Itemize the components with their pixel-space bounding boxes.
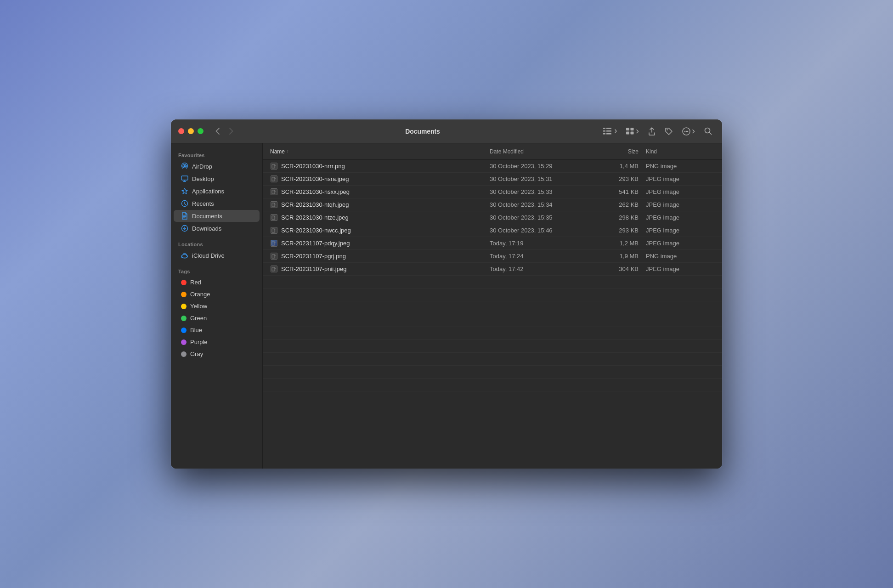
file-size: 1,4 MB bbox=[591, 163, 646, 170]
file-icon bbox=[270, 253, 277, 260]
list-view-button[interactable] bbox=[600, 125, 620, 138]
downloads-icon bbox=[181, 225, 188, 232]
file-size: 541 KB bbox=[591, 188, 646, 195]
forward-button[interactable] bbox=[225, 125, 237, 138]
sidebar-item-applications[interactable]: Applications bbox=[174, 185, 260, 197]
sidebar-item-downloads[interactable]: Downloads bbox=[174, 222, 260, 234]
file-date: Today, 17:19 bbox=[490, 240, 591, 247]
file-icon bbox=[270, 266, 277, 273]
file-name: SCR-20231030-nsxx.jpeg bbox=[281, 188, 350, 195]
sidebar-item-desktop[interactable]: Desktop bbox=[174, 173, 260, 185]
sidebar-item-tag-gray[interactable]: Gray bbox=[174, 348, 260, 360]
more-options-button[interactable] bbox=[679, 125, 698, 138]
svg-rect-0 bbox=[603, 128, 605, 129]
tag-gray-dot bbox=[181, 351, 187, 357]
finder-window: Documents bbox=[171, 119, 722, 469]
applications-label: Applications bbox=[192, 188, 224, 195]
tags-label: Tags bbox=[171, 265, 262, 276]
file-name-cell: SCR-20231030-nsra.jpeg bbox=[270, 175, 490, 183]
tag-purple-dot bbox=[181, 339, 187, 345]
documents-icon bbox=[181, 212, 188, 220]
sidebar-item-tag-red[interactable]: Red bbox=[174, 277, 260, 288]
table-row[interactable]: SCR-20231107-pgrj.png Today, 17:24 1,9 M… bbox=[263, 250, 722, 263]
file-icon bbox=[270, 175, 277, 183]
empty-row bbox=[263, 366, 722, 379]
file-name: SCR-20231107-pdqy.jpeg bbox=[281, 240, 350, 247]
table-row[interactable]: SCR-20231030-ntze.jpeg 30 October 2023, … bbox=[263, 211, 722, 224]
file-kind: PNG image bbox=[646, 253, 715, 260]
close-button[interactable] bbox=[178, 128, 184, 134]
grid-view-button[interactable] bbox=[623, 125, 642, 138]
icloud-label: iCloud Drive bbox=[192, 252, 225, 259]
table-row[interactable]: SCR-20231107-pnii.jpeg Today, 17:42 304 … bbox=[263, 263, 722, 276]
table-row[interactable]: SCR-20231030-ntqh.jpeg 30 October 2023, … bbox=[263, 198, 722, 211]
sidebar-item-tag-purple[interactable]: Purple bbox=[174, 336, 260, 348]
file-name: SCR-20231030-ntqh.jpeg bbox=[281, 201, 349, 208]
window-title: Documents bbox=[245, 128, 600, 135]
sidebar-item-tag-green[interactable]: Green bbox=[174, 312, 260, 324]
column-headers: Name ↑ Date Modified Size Kind bbox=[263, 143, 722, 160]
file-name: SCR-20231030-nwcc.jpeg bbox=[281, 227, 351, 234]
svg-rect-4 bbox=[603, 133, 605, 135]
svg-rect-27 bbox=[272, 254, 275, 258]
table-row[interactable]: SCR-20231107-pdqy.jpeg Today, 17:19 1,2 … bbox=[263, 237, 722, 250]
tag-green-dot bbox=[181, 316, 187, 321]
file-name: SCR-20231030-ntze.jpeg bbox=[281, 214, 349, 221]
main-content: Favourites AirDrop bbox=[171, 143, 722, 469]
sidebar-item-icloud[interactable]: iCloud Drive bbox=[174, 249, 260, 261]
svg-point-14 bbox=[687, 130, 689, 132]
file-icon bbox=[270, 214, 277, 221]
table-row[interactable]: SCR-20231030-nwcc.jpeg 30 October 2023, … bbox=[263, 224, 722, 237]
sidebar-item-tag-yellow[interactable]: Yellow bbox=[174, 300, 260, 312]
svg-rect-7 bbox=[631, 128, 634, 130]
sidebar-item-documents[interactable]: Documents bbox=[174, 210, 260, 222]
tag-red-dot bbox=[181, 280, 187, 285]
file-size: 304 KB bbox=[591, 266, 646, 272]
empty-row bbox=[263, 340, 722, 353]
file-name-cell: SCR-20231030-nwcc.jpeg bbox=[270, 227, 490, 234]
svg-rect-8 bbox=[626, 132, 629, 135]
file-date: 30 October 2023, 15:34 bbox=[490, 201, 591, 208]
airdrop-label: AirDrop bbox=[192, 163, 212, 170]
file-name-cell: SCR-20231030-ntqh.jpeg bbox=[270, 201, 490, 209]
minimize-button[interactable] bbox=[188, 128, 194, 134]
favourites-label: Favourites bbox=[171, 149, 262, 160]
documents-label: Documents bbox=[192, 213, 222, 220]
locations-label: Locations bbox=[171, 238, 262, 249]
empty-row bbox=[263, 301, 722, 314]
desktop-label: Desktop bbox=[192, 175, 214, 182]
file-size: 1,2 MB bbox=[591, 240, 646, 247]
sidebar-item-tag-orange[interactable]: Orange bbox=[174, 288, 260, 300]
empty-row bbox=[263, 391, 722, 404]
share-button[interactable] bbox=[645, 125, 658, 138]
file-name: SCR-20231107-pnii.jpeg bbox=[281, 266, 346, 272]
file-date: Today, 17:24 bbox=[490, 253, 591, 260]
tag-green-label: Green bbox=[190, 315, 207, 322]
col-header-kind[interactable]: Kind bbox=[646, 148, 715, 155]
sidebar-item-airdrop[interactable]: AirDrop bbox=[174, 160, 260, 172]
col-header-name[interactable]: Name ↑ bbox=[270, 148, 490, 155]
file-icon bbox=[270, 227, 277, 234]
sidebar-item-tag-blue[interactable]: Blue bbox=[174, 324, 260, 336]
file-name-cell: SCR-20231107-pdqy.jpeg bbox=[270, 240, 490, 247]
maximize-button[interactable] bbox=[198, 128, 203, 134]
tag-button[interactable] bbox=[662, 125, 676, 138]
file-kind: JPEG image bbox=[646, 188, 715, 195]
col-header-date[interactable]: Date Modified bbox=[490, 148, 591, 155]
search-button[interactable] bbox=[701, 125, 715, 138]
col-header-size[interactable]: Size bbox=[591, 148, 646, 155]
applications-icon bbox=[181, 187, 188, 195]
back-button[interactable] bbox=[211, 125, 224, 138]
recents-label: Recents bbox=[192, 200, 214, 207]
svg-point-15 bbox=[705, 128, 710, 133]
svg-point-10 bbox=[667, 129, 667, 130]
table-row[interactable]: SCR-20231030-nrrr.png 30 October 2023, 1… bbox=[263, 160, 722, 173]
table-row[interactable]: SCR-20231030-nsxx.jpeg 30 October 2023, … bbox=[263, 186, 722, 198]
file-kind: JPEG image bbox=[646, 266, 715, 272]
svg-rect-25 bbox=[272, 229, 275, 232]
svg-rect-26 bbox=[272, 242, 275, 245]
table-row[interactable]: SCR-20231030-nsra.jpeg 30 October 2023, … bbox=[263, 173, 722, 186]
file-date: 30 October 2023, 15:33 bbox=[490, 188, 591, 195]
empty-row bbox=[263, 276, 722, 288]
sidebar-item-recents[interactable]: Recents bbox=[174, 198, 260, 209]
